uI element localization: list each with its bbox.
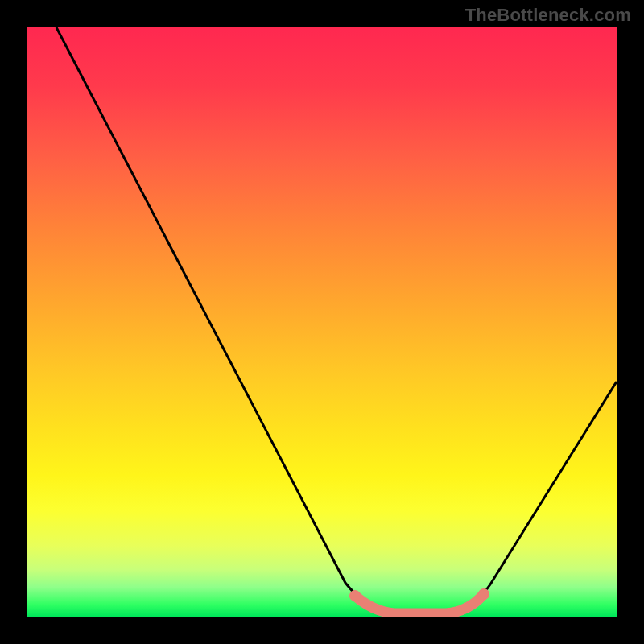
bottleneck-curve: [56, 27, 617, 612]
watermark-text: TheBottleneck.com: [465, 5, 631, 26]
highlight-band: [355, 594, 484, 613]
chart-frame: TheBottleneck.com: [0, 0, 644, 644]
highlight-dot-right: [478, 588, 489, 600]
plot-area: [27, 27, 617, 617]
curve-layer: [27, 27, 617, 617]
highlight-dot-left: [349, 590, 361, 601]
